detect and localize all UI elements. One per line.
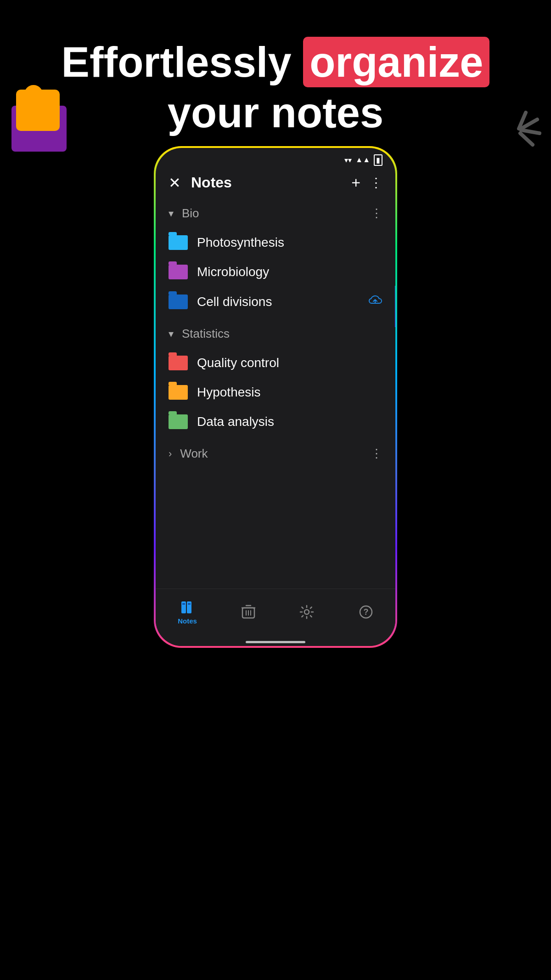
folder-hypothesis-label: Hypothesis [197,385,261,400]
svg-rect-7 [188,603,191,605]
help-nav-icon: ? [359,605,373,619]
hero-highlight: organize [303,37,489,87]
bottom-nav: Notes ? [156,589,395,646]
svg-line-3 [520,133,533,145]
svg-text:?: ? [363,607,368,617]
folder-quality-control[interactable]: Quality control [156,348,395,378]
work-section-title: Work [180,447,371,461]
more-button[interactable]: ⋮ [370,175,382,190]
svg-line-2 [521,130,540,133]
folder-cell-divisions-icon [169,295,188,309]
cloud-sync-icon [368,294,382,309]
phone-body: ▾▾ ▲▲ ▮ ✕ Notes + ⋮ ▾ Bio ⋮ Photosynthes… [156,148,395,646]
folder-cell-divisions-label: Cell divisions [197,295,368,309]
svg-rect-4 [181,601,186,613]
add-button[interactable]: + [351,174,360,192]
svg-rect-5 [187,601,191,613]
folder-photosynthesis-icon [169,235,188,250]
hero-text-prefix: Effortlessly [62,39,304,85]
folder-cell-divisions[interactable]: Cell divisions [156,287,395,317]
bio-section-title: Bio [182,206,371,221]
nav-item-trash[interactable] [242,604,255,620]
close-button[interactable]: ✕ [169,174,181,192]
folder-list: ▾ Bio ⋮ Photosynthesis Microbiology Cell… [156,195,395,472]
folder-photosynthesis-label: Photosynthesis [197,235,284,250]
nav-item-notes[interactable]: Notes [178,600,197,625]
signal-icon: ▲▲ [355,156,370,164]
bio-section-menu[interactable]: ⋮ [371,206,382,221]
folder-microbiology[interactable]: Microbiology [156,257,395,287]
nav-item-help[interactable]: ? [359,605,373,619]
bio-chevron-icon: ▾ [169,208,174,220]
nav-item-settings[interactable] [299,605,314,619]
app-title: Notes [191,174,351,191]
folder-data-analysis[interactable]: Data analysis [156,407,395,436]
folder-data-analysis-icon [169,414,188,429]
folder-quality-control-icon [169,356,188,370]
status-bar: ▾▾ ▲▲ ▮ [156,148,395,165]
hero-section: Effortlessly organize your notes [0,37,551,138]
folder-hypothesis[interactable]: Hypothesis [156,378,395,407]
svg-rect-6 [182,603,185,605]
battery-icon: ▮ [374,154,382,166]
section-statistics-header[interactable]: ▾ Statistics [156,319,395,348]
phone-side-button [395,286,395,327]
notes-nav-icon [180,600,195,615]
home-indicator [246,641,305,643]
statistics-chevron-icon: ▾ [169,328,174,340]
folder-microbiology-icon [169,265,188,279]
folder-hypothesis-icon [169,385,188,400]
work-chevron-icon: › [169,448,172,460]
svg-point-9 [304,610,309,614]
folder-photosynthesis[interactable]: Photosynthesis [156,228,395,257]
section-bio-header[interactable]: ▾ Bio ⋮ [156,199,395,228]
settings-nav-icon [299,605,314,619]
folder-microbiology-label: Microbiology [197,265,269,279]
sparkle-decoration [494,103,544,154]
wifi-icon: ▾▾ [344,156,352,164]
hero-text-line2: your notes [28,87,523,138]
work-section-menu[interactable]: ⋮ [371,447,382,461]
section-work-header[interactable]: › Work ⋮ [156,439,395,468]
trash-nav-icon [242,604,255,620]
notes-nav-label: Notes [178,617,197,625]
folder-quality-control-label: Quality control [197,356,279,370]
folder-data-analysis-label: Data analysis [197,414,274,429]
shopping-bag-decoration [11,85,78,152]
statistics-section-title: Statistics [182,327,382,341]
app-header: ✕ Notes + ⋮ [156,168,395,195]
